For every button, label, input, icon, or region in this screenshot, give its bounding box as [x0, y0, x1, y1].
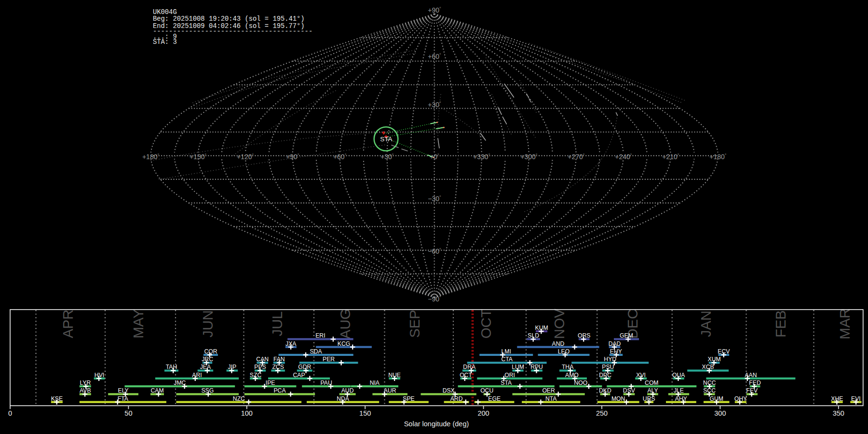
svg-text:THA: THA — [562, 364, 574, 370]
svg-text:+240°: +240° — [615, 153, 632, 161]
svg-text:ARD: ARD — [450, 395, 463, 402]
svg-text:EHY: EHY — [610, 348, 622, 355]
svg-text:ALY: ALY — [647, 387, 658, 394]
svg-text:JAN: JAN — [698, 311, 714, 337]
svg-text:PAU: PAU — [321, 380, 332, 386]
svg-text:CAM: CAM — [150, 387, 163, 394]
svg-text:−60°: −60° — [428, 247, 441, 255]
svg-text:OCT: OCT — [460, 372, 472, 379]
svg-text:APR: APR — [60, 310, 76, 339]
svg-text:GDR: GDR — [298, 364, 311, 370]
svg-text:Beg: 20251008 19:20:43 (sol =: Beg: 20251008 19:20:43 (sol = 195.41°) — [153, 15, 305, 23]
svg-text:+90°: +90° — [428, 6, 441, 14]
svg-text:KUM: KUM — [535, 325, 548, 331]
svg-text:LEO: LEO — [558, 348, 570, 355]
svg-text:+210°: +210° — [662, 153, 679, 161]
svg-text:RPU: RPU — [530, 364, 543, 370]
svg-text:AVB: AVB — [80, 387, 91, 394]
svg-text:URS: URS — [643, 395, 655, 402]
svg-text:FEB: FEB — [773, 310, 788, 337]
svg-text:Solar longitude (deg): Solar longitude (deg) — [404, 420, 469, 428]
svg-text:AUD: AUD — [341, 387, 354, 394]
svg-text:EVI: EVI — [851, 395, 861, 402]
svg-text:ELY: ELY — [118, 387, 129, 394]
svg-text:SZC: SZC — [250, 372, 262, 379]
svg-text:50: 50 — [124, 409, 132, 417]
svg-text:NIA: NIA — [370, 380, 380, 386]
svg-text:NUE: NUE — [388, 372, 401, 379]
svg-text:AAN: AAN — [745, 372, 757, 379]
svg-text:OCU: OCU — [480, 387, 493, 394]
svg-text:MAR: MAR — [837, 308, 853, 339]
svg-text:IPE: IPE — [266, 380, 275, 386]
svg-text:+60°: +60° — [333, 153, 347, 161]
svg-text:DSV: DSV — [623, 387, 636, 394]
svg-text:KSE: KSE — [51, 395, 63, 402]
svg-text:CQR: CQR — [204, 348, 217, 355]
svg-text:100: 100 — [241, 409, 253, 417]
svg-text:NTA: NTA — [545, 395, 557, 402]
svg-text:JXA: JXA — [285, 340, 297, 347]
svg-text:LYR: LYR — [80, 380, 91, 386]
svg-text:EGE: EGE — [488, 395, 501, 402]
svg-text:OER: OER — [542, 387, 555, 394]
svg-text:MAY: MAY — [131, 309, 146, 339]
svg-text:+270°: +270° — [568, 153, 585, 161]
svg-text:CTA: CTA — [501, 356, 513, 363]
svg-text:FTA: FTA — [118, 395, 129, 402]
svg-text:SCC: SCC — [703, 387, 716, 394]
svg-text:LUM: LUM — [512, 364, 524, 370]
svg-text:+180°: +180° — [709, 153, 727, 161]
svg-text:NDA: NDA — [337, 395, 350, 402]
svg-text:ORI: ORI — [504, 372, 515, 379]
svg-text:0: 0 — [8, 409, 12, 417]
svg-text:+120°: +120° — [237, 153, 254, 161]
svg-text:ARI: ARI — [192, 372, 202, 379]
svg-text:UK004G: UK004G — [153, 9, 177, 16]
svg-text:KCG: KCG — [338, 340, 350, 347]
svg-text:NZC: NZC — [233, 395, 245, 402]
svg-text:GEM: GEM — [620, 332, 633, 339]
svg-text:ZCS: ZCS — [272, 364, 284, 370]
svg-text:LMI: LMI — [502, 348, 511, 355]
svg-text:JUL: JUL — [270, 312, 285, 337]
svg-text:PCA: PCA — [273, 387, 286, 394]
svg-text:JEA: JEA — [200, 364, 211, 370]
svg-text:AMO: AMO — [565, 372, 579, 379]
svg-text:+60°: +60° — [428, 53, 441, 60]
svg-text:TAH: TAH — [166, 364, 177, 370]
svg-text:+30°: +30° — [428, 101, 441, 108]
svg-text:SEP: SEP — [407, 310, 422, 338]
svg-text:PER: PER — [323, 356, 335, 363]
svg-text:JLE: JLE — [674, 387, 684, 394]
svg-text:ORS: ORS — [578, 332, 590, 339]
svg-text:+330°: +330° — [473, 153, 490, 161]
svg-text:AHY: AHY — [675, 395, 687, 402]
svg-text:HYD: HYD — [604, 356, 616, 363]
svg-text:XHE: XHE — [831, 395, 843, 402]
svg-text:AND: AND — [552, 340, 565, 347]
svg-text:MON: MON — [611, 395, 625, 402]
svg-text:ECV: ECV — [718, 348, 730, 355]
svg-text:FEV: FEV — [746, 387, 759, 394]
svg-text:NOV: NOV — [552, 308, 567, 339]
svg-text:150: 150 — [359, 409, 371, 417]
svg-text:+180°: +180° — [142, 153, 160, 161]
svg-text:XUM: XUM — [708, 356, 721, 363]
svg-text:SLD: SLD — [528, 332, 539, 339]
svg-text:AUG: AUG — [338, 309, 353, 339]
svg-text:OHY: OHY — [734, 395, 747, 402]
svg-text:350: 350 — [833, 409, 844, 417]
svg-text:ERI: ERI — [315, 332, 325, 339]
svg-text:+90°: +90° — [286, 153, 299, 161]
svg-text:CAP: CAP — [293, 372, 305, 379]
svg-text:SPE: SPE — [403, 395, 414, 402]
svg-text:SDA: SDA — [310, 348, 323, 355]
svg-text:250: 250 — [596, 409, 608, 417]
svg-text:DAD: DAD — [609, 340, 621, 347]
svg-text:XVI: XVI — [636, 372, 646, 379]
svg-text:AUR: AUR — [384, 387, 396, 394]
svg-text:DSX: DSX — [443, 387, 455, 394]
svg-text:DKD: DKD — [599, 387, 611, 394]
svg-text:DPC: DPC — [599, 372, 611, 379]
